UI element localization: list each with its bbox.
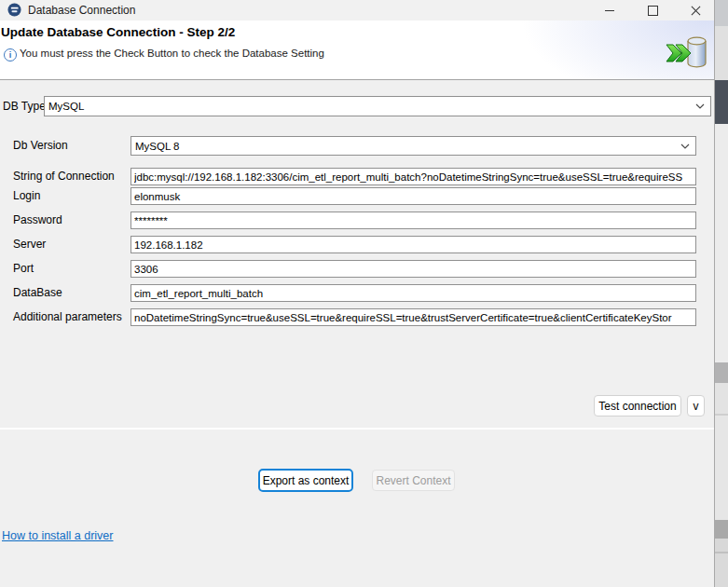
background-app-strip [714,0,728,587]
password-label: Password [13,212,62,229]
db-type-select[interactable]: MySQL [44,96,711,116]
additional-parameters-label: Additional parameters [13,308,122,326]
port-label: Port [13,260,34,278]
section-divider [0,428,714,430]
chevron-down-icon [680,143,690,149]
password-input[interactable] [130,212,696,229]
close-button[interactable] [680,0,710,20]
db-type-label: DB Type [3,96,46,116]
revert-context-button[interactable]: Revert Context [372,470,455,491]
title-bar: Database Connection [0,0,714,20]
server-label: Server [13,236,46,253]
test-connection-button[interactable]: Test connection [594,395,681,416]
server-input[interactable] [130,236,696,253]
login-label: Login [13,187,40,205]
minimize-icon [605,10,614,11]
db-version-select[interactable]: MySQL 8 [130,136,696,156]
maximize-icon [648,6,658,16]
db-version-value: MySQL 8 [131,141,680,152]
info-icon: i [4,48,17,61]
screen: Database Connection Update Database Conn… [0,0,728,587]
minimize-button[interactable] [595,0,625,20]
database-connection-dialog: Database Connection Update Database Conn… [0,0,714,587]
window-title: Database Connection [28,0,135,20]
wizard-title: Update Database Connection - Step 2/2 [1,25,235,39]
port-input[interactable] [130,260,696,278]
login-input[interactable] [130,187,696,205]
how-to-install-driver-link[interactable]: How to install a driver [2,529,114,542]
test-connection-menu-button[interactable]: v [687,395,705,416]
database-label: DataBase [13,284,62,302]
wizard-header: Update Database Connection - Step 2/2 i … [0,20,714,80]
chevron-down-icon [695,103,705,109]
export-as-context-button[interactable]: Export as context [258,469,353,492]
connection-string-input[interactable] [130,168,696,185]
app-icon [7,3,21,17]
additional-parameters-input[interactable] [130,308,696,326]
database-green-arrows-icon [664,34,708,70]
database-input[interactable] [130,284,696,302]
connection-string-label: String of Connection [13,168,115,185]
close-icon [691,6,701,16]
db-version-label: Db Version [13,136,68,156]
maximize-button[interactable] [638,0,667,20]
db-type-value: MySQL [45,101,695,112]
info-message: You must press the Check Button to check… [20,48,324,59]
